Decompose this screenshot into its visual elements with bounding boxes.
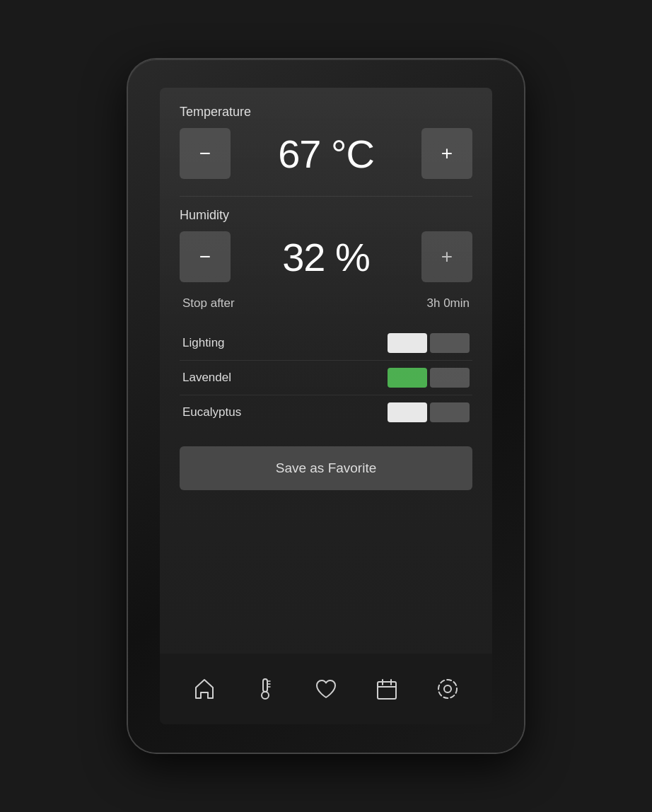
eucalyptus-toggle[interactable] bbox=[388, 402, 470, 422]
humidity-value: 32 % bbox=[231, 234, 421, 280]
stop-after-label: Stop after bbox=[182, 296, 235, 311]
heart-icon bbox=[314, 678, 338, 700]
humidity-increase-icon: + bbox=[441, 245, 453, 268]
nav-settings[interactable] bbox=[426, 668, 469, 710]
humidity-decrease-icon: − bbox=[199, 245, 211, 268]
screen-content: Temperature − 67 °C + Humidity − 32 % bbox=[160, 88, 492, 654]
lighting-label: Lighting bbox=[182, 336, 225, 350]
temperature-value: 67 °C bbox=[231, 131, 421, 177]
settings-icon bbox=[436, 677, 460, 701]
temperature-control-row: − 67 °C + bbox=[180, 128, 472, 179]
humidity-control-row: − 32 % + bbox=[180, 231, 472, 282]
svg-rect-5 bbox=[378, 682, 396, 699]
temperature-decrease-icon: − bbox=[199, 142, 211, 165]
lighting-toggle[interactable] bbox=[388, 333, 470, 353]
stop-after-row: Stop after 3h 0min bbox=[180, 296, 472, 311]
stop-after-value: 3h 0min bbox=[427, 296, 470, 311]
nav-home[interactable] bbox=[183, 668, 226, 710]
accessories-section: Lighting Lavendel Eucalyptus bbox=[180, 326, 472, 429]
lavendel-label: Lavendel bbox=[182, 371, 231, 385]
lavendel-toggle[interactable] bbox=[388, 368, 470, 388]
eucalyptus-row: Eucalyptus bbox=[180, 395, 472, 429]
humidity-label: Humidity bbox=[180, 208, 472, 223]
save-favorite-button[interactable]: Save as Favorite bbox=[180, 446, 472, 490]
thermometer-icon bbox=[254, 677, 276, 701]
temperature-increase-button[interactable]: + bbox=[421, 128, 472, 179]
svg-point-9 bbox=[444, 685, 451, 692]
lavendel-row: Lavendel bbox=[180, 361, 472, 395]
temperature-label: Temperature bbox=[180, 105, 472, 120]
bottom-nav bbox=[160, 654, 492, 724]
temperature-decrease-button[interactable]: − bbox=[180, 128, 231, 179]
eucalyptus-toggle-inactive[interactable] bbox=[430, 402, 470, 422]
device-screen: Temperature − 67 °C + Humidity − 32 % bbox=[160, 88, 492, 724]
humidity-increase-button[interactable]: + bbox=[421, 231, 472, 282]
device-frame: Temperature − 67 °C + Humidity − 32 % bbox=[128, 59, 524, 753]
lavendel-toggle-active[interactable] bbox=[388, 368, 427, 388]
temperature-divider bbox=[180, 196, 472, 197]
svg-point-10 bbox=[438, 680, 457, 698]
eucalyptus-label: Eucalyptus bbox=[182, 405, 241, 419]
nav-temperature[interactable] bbox=[244, 668, 286, 710]
nav-schedule[interactable] bbox=[366, 668, 408, 710]
calendar-icon bbox=[375, 677, 399, 701]
svg-rect-0 bbox=[263, 679, 267, 692]
lighting-row: Lighting bbox=[180, 326, 472, 361]
svg-point-1 bbox=[262, 692, 269, 699]
home-icon bbox=[192, 677, 216, 701]
eucalyptus-toggle-active[interactable] bbox=[388, 402, 427, 422]
nav-favorites[interactable] bbox=[305, 668, 347, 710]
humidity-decrease-button[interactable]: − bbox=[180, 231, 231, 282]
lavendel-toggle-inactive[interactable] bbox=[430, 368, 470, 388]
lighting-toggle-active[interactable] bbox=[388, 333, 427, 353]
lighting-toggle-inactive[interactable] bbox=[430, 333, 470, 353]
temperature-increase-icon: + bbox=[441, 142, 453, 165]
